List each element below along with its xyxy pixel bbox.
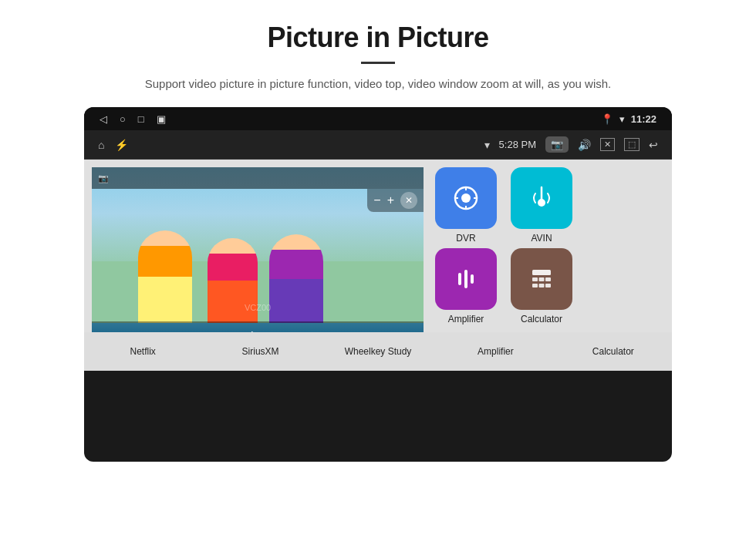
pip-icon[interactable]: ⬚ <box>624 138 640 151</box>
app-avin[interactable]: AVIN <box>507 167 576 244</box>
pip-play-icon[interactable]: ▶ <box>251 327 265 332</box>
back-nav-icon[interactable]: ↩ <box>649 139 658 151</box>
pip-person1 <box>138 230 192 323</box>
svg-rect-11 <box>532 270 551 275</box>
pip-minus-icon[interactable]: − <box>373 193 380 207</box>
svg-rect-15 <box>532 284 538 287</box>
pip-camera-small-icon: 📷 <box>98 173 109 183</box>
pip-plus-icon[interactable]: + <box>387 193 394 207</box>
svg-rect-13 <box>539 277 545 281</box>
avin-label: AVIN <box>531 233 552 244</box>
pip-close-icon: ✕ <box>405 195 413 206</box>
volume-icon[interactable]: 🔊 <box>578 139 591 151</box>
pip-controls: ⏮ ▶ ⏭ <box>92 321 424 332</box>
bottom-label-sirius: SiriusXM <box>201 346 319 357</box>
status-bar: ◁ ○ □ ▣ 📍 ▾ 11:22 <box>84 107 672 130</box>
home-nav-icon[interactable]: ⌂ <box>98 139 104 151</box>
page-subtitle: Support video picture in picture functio… <box>145 75 611 93</box>
nav-bar: ⌂ ⚡ ▾ 5:28 PM 📷 🔊 ✕ ⬚ ↩ <box>84 130 672 160</box>
svg-rect-8 <box>458 273 461 285</box>
wifi-icon: ▾ <box>619 113 625 125</box>
close-nav-icon[interactable]: ✕ <box>600 138 615 151</box>
svg-rect-14 <box>545 277 551 281</box>
svg-rect-17 <box>545 284 551 287</box>
bottom-label-amplifier: Amplifier <box>437 346 554 357</box>
status-time: 11:22 <box>631 113 656 125</box>
nav-bar-right: ▾ 5:28 PM 📷 🔊 ✕ ⬚ ↩ <box>484 136 658 153</box>
title-divider <box>361 62 395 64</box>
page-wrapper: Picture in Picture Support video picture… <box>0 0 756 538</box>
back-icon[interactable]: ◁ <box>100 113 107 125</box>
recents-icon[interactable]: □ <box>138 113 144 125</box>
app-amplifier[interactable]: Amplifier <box>431 248 501 324</box>
svg-rect-10 <box>471 274 474 284</box>
left-area: 📷 − + ✕ ⏮ ▶ ⏭ <box>92 167 424 324</box>
svg-point-7 <box>538 199 545 207</box>
device-frame: ◁ ○ □ ▣ 📍 ▾ 11:22 ⌂ ⚡ ▾ 5:28 PM 📷 <box>84 107 672 462</box>
svg-point-1 <box>461 193 471 203</box>
amplifier-icon <box>435 248 497 310</box>
wifi-nav-icon: ▾ <box>484 139 490 151</box>
camera-button[interactable]: 📷 <box>545 136 569 153</box>
app-dvr[interactable]: DVR <box>431 167 501 244</box>
usb-icon: ⚡ <box>115 139 128 151</box>
dvr-icon <box>435 167 497 229</box>
nav-time: 5:28 PM <box>499 139 536 150</box>
pip-forward-icon[interactable]: ⏭ <box>277 329 291 333</box>
bottom-label-netflix: Netflix <box>84 346 201 357</box>
status-bar-right: 📍 ▾ 11:22 <box>601 113 656 125</box>
svg-rect-9 <box>464 270 467 288</box>
svg-rect-12 <box>532 277 538 281</box>
watermark: VCZ00 <box>245 303 271 312</box>
nav-bar-left: ⌂ ⚡ <box>98 139 128 151</box>
media-icon[interactable]: ▣ <box>157 113 166 125</box>
pip-person3 <box>269 234 323 323</box>
app-grid-row-top: DVR AVIN <box>431 167 664 244</box>
bottom-label-wheelkey: Wheelkey Study <box>319 346 437 357</box>
amplifier-label: Amplifier <box>448 314 484 324</box>
bottom-label-calculator: Calculator <box>555 346 672 357</box>
status-bar-left: ◁ ○ □ ▣ <box>100 113 166 125</box>
bottom-labels-bar: Netflix SiriusXM Wheelkey Study Amplifie… <box>84 332 672 371</box>
pip-close-button[interactable]: ✕ <box>400 192 417 209</box>
app-calculator[interactable]: Calculator <box>507 248 576 324</box>
pip-window[interactable]: 📷 − + ✕ ⏮ ▶ ⏭ <box>92 167 424 332</box>
app-grid-row-bottom: Amplifier <box>431 248 664 324</box>
right-area: DVR AVIN <box>431 167 664 324</box>
page-title: Picture in Picture <box>267 22 488 54</box>
pip-rewind-icon[interactable]: ⏮ <box>225 329 239 333</box>
svg-rect-16 <box>539 284 545 287</box>
calculator-icon <box>511 248 572 310</box>
avin-icon <box>511 167 572 229</box>
home-icon[interactable]: ○ <box>120 113 126 125</box>
pip-resize-bar: − + ✕ <box>367 189 424 212</box>
camera-icon: 📷 <box>551 139 563 150</box>
content-area: 📷 − + ✕ ⏮ ▶ ⏭ <box>84 160 672 332</box>
dvr-label: DVR <box>456 233 475 244</box>
pip-top-bar: 📷 <box>92 167 424 189</box>
location-icon: 📍 <box>601 113 613 125</box>
calculator-label: Calculator <box>521 314 562 324</box>
